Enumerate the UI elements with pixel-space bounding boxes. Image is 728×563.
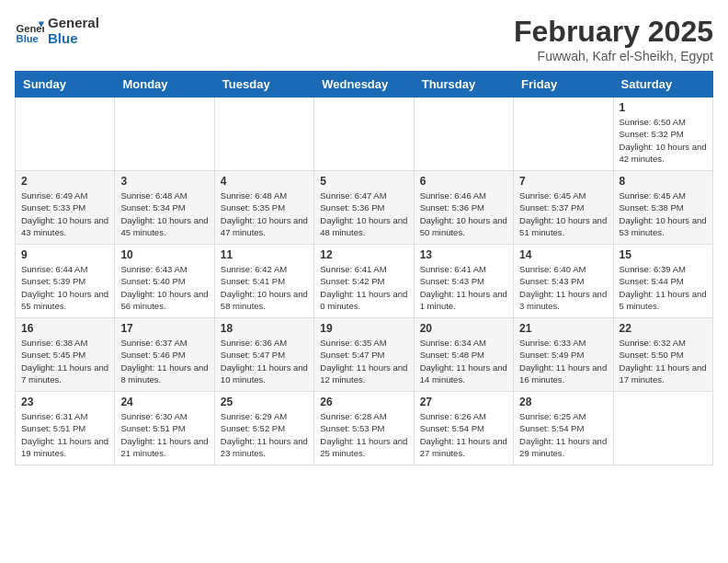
day-number: 6 <box>420 175 507 188</box>
day-number: 8 <box>620 175 707 188</box>
day-info: Sunrise: 6:48 AM Sunset: 5:35 PM Dayligh… <box>221 190 308 238</box>
day-cell: 9Sunrise: 6:44 AM Sunset: 5:39 PM Daylig… <box>16 245 115 318</box>
day-number: 2 <box>21 175 108 188</box>
day-info: Sunrise: 6:49 AM Sunset: 5:33 PM Dayligh… <box>21 190 108 238</box>
day-number: 27 <box>420 396 507 408</box>
day-info: Sunrise: 6:45 AM Sunset: 5:38 PM Dayligh… <box>620 190 707 238</box>
day-cell <box>16 98 115 171</box>
day-info: Sunrise: 6:32 AM Sunset: 5:50 PM Dayligh… <box>620 337 707 385</box>
day-cell: 16Sunrise: 6:38 AM Sunset: 5:45 PM Dayli… <box>16 318 115 392</box>
logo-icon: General Blue <box>15 16 44 45</box>
day-info: Sunrise: 6:41 AM Sunset: 5:42 PM Dayligh… <box>320 263 407 312</box>
day-cell: 11Sunrise: 6:42 AM Sunset: 5:41 PM Dayli… <box>214 245 313 318</box>
day-cell: 25Sunrise: 6:29 AM Sunset: 5:52 PM Dayli… <box>214 392 313 465</box>
day-info: Sunrise: 6:33 AM Sunset: 5:49 PM Dayligh… <box>519 337 607 385</box>
day-cell <box>115 98 214 171</box>
day-cell: 7Sunrise: 6:45 AM Sunset: 5:37 PM Daylig… <box>514 171 613 245</box>
day-cell: 5Sunrise: 6:47 AM Sunset: 5:36 PM Daylig… <box>314 171 414 245</box>
day-cell: 3Sunrise: 6:48 AM Sunset: 5:34 PM Daylig… <box>115 171 214 245</box>
day-cell <box>514 98 613 171</box>
day-number: 5 <box>320 175 407 188</box>
day-cell: 19Sunrise: 6:35 AM Sunset: 5:47 PM Dayli… <box>314 318 414 392</box>
day-number: 9 <box>21 248 108 261</box>
week-row-2: 2Sunrise: 6:49 AM Sunset: 5:33 PM Daylig… <box>16 171 713 245</box>
day-info: Sunrise: 6:43 AM Sunset: 5:40 PM Dayligh… <box>120 263 208 312</box>
day-cell: 27Sunrise: 6:26 AM Sunset: 5:54 PM Dayli… <box>414 392 513 465</box>
logo-line2: Blue <box>48 30 99 46</box>
title-block: February 2025 Fuwwah, Kafr el-Sheikh, Eg… <box>514 15 713 63</box>
day-info: Sunrise: 6:38 AM Sunset: 5:45 PM Dayligh… <box>21 337 108 385</box>
day-info: Sunrise: 6:36 AM Sunset: 5:47 PM Dayligh… <box>221 337 308 385</box>
day-info: Sunrise: 6:37 AM Sunset: 5:46 PM Dayligh… <box>120 337 208 385</box>
col-header-saturday: Saturday <box>613 72 712 98</box>
day-number: 21 <box>519 322 607 335</box>
day-info: Sunrise: 6:28 AM Sunset: 5:53 PM Dayligh… <box>320 410 407 459</box>
day-info: Sunrise: 6:46 AM Sunset: 5:36 PM Dayligh… <box>420 190 507 238</box>
day-number: 20 <box>420 322 507 335</box>
month-title: February 2025 <box>514 15 713 49</box>
day-number: 19 <box>320 322 407 335</box>
calendar-header-row: SundayMondayTuesdayWednesdayThursdayFrid… <box>16 72 713 98</box>
calendar-table: SundayMondayTuesdayWednesdayThursdayFrid… <box>15 71 713 465</box>
col-header-thursday: Thursday <box>414 72 513 98</box>
day-number: 18 <box>221 322 308 335</box>
day-number: 25 <box>221 396 308 408</box>
logo: General Blue General Blue <box>15 15 99 46</box>
svg-text:Blue: Blue <box>17 33 39 44</box>
day-number: 11 <box>221 248 308 261</box>
day-cell <box>613 392 712 465</box>
day-cell: 18Sunrise: 6:36 AM Sunset: 5:47 PM Dayli… <box>214 318 313 392</box>
day-cell: 14Sunrise: 6:40 AM Sunset: 5:43 PM Dayli… <box>514 245 613 318</box>
day-cell: 20Sunrise: 6:34 AM Sunset: 5:48 PM Dayli… <box>414 318 513 392</box>
day-info: Sunrise: 6:35 AM Sunset: 5:47 PM Dayligh… <box>320 337 407 385</box>
day-cell: 17Sunrise: 6:37 AM Sunset: 5:46 PM Dayli… <box>115 318 214 392</box>
location: Fuwwah, Kafr el-Sheikh, Egypt <box>514 49 713 63</box>
col-header-monday: Monday <box>115 72 214 98</box>
day-number: 26 <box>320 396 407 408</box>
day-cell: 26Sunrise: 6:28 AM Sunset: 5:53 PM Dayli… <box>314 392 414 465</box>
day-cell: 4Sunrise: 6:48 AM Sunset: 5:35 PM Daylig… <box>214 171 313 245</box>
day-cell <box>214 98 313 171</box>
day-cell: 24Sunrise: 6:30 AM Sunset: 5:51 PM Dayli… <box>115 392 214 465</box>
week-row-1: 1Sunrise: 6:50 AM Sunset: 5:32 PM Daylig… <box>16 98 713 171</box>
day-cell: 1Sunrise: 6:50 AM Sunset: 5:32 PM Daylig… <box>613 98 712 171</box>
day-number: 28 <box>519 396 607 408</box>
col-header-sunday: Sunday <box>16 72 115 98</box>
week-row-5: 23Sunrise: 6:31 AM Sunset: 5:51 PM Dayli… <box>16 392 713 465</box>
day-info: Sunrise: 6:45 AM Sunset: 5:37 PM Dayligh… <box>519 190 607 238</box>
day-number: 1 <box>620 101 707 114</box>
week-row-4: 16Sunrise: 6:38 AM Sunset: 5:45 PM Dayli… <box>16 318 713 392</box>
day-info: Sunrise: 6:50 AM Sunset: 5:32 PM Dayligh… <box>620 116 707 165</box>
day-number: 14 <box>519 248 607 261</box>
day-number: 16 <box>21 322 108 335</box>
day-number: 15 <box>620 248 707 261</box>
day-info: Sunrise: 6:31 AM Sunset: 5:51 PM Dayligh… <box>21 410 108 459</box>
day-cell <box>314 98 414 171</box>
day-number: 23 <box>21 396 108 408</box>
day-cell: 15Sunrise: 6:39 AM Sunset: 5:44 PM Dayli… <box>613 245 712 318</box>
day-number: 24 <box>120 396 208 408</box>
day-cell: 6Sunrise: 6:46 AM Sunset: 5:36 PM Daylig… <box>414 171 513 245</box>
day-number: 7 <box>519 175 607 188</box>
day-info: Sunrise: 6:25 AM Sunset: 5:54 PM Dayligh… <box>519 410 607 459</box>
day-cell: 22Sunrise: 6:32 AM Sunset: 5:50 PM Dayli… <box>613 318 712 392</box>
day-info: Sunrise: 6:47 AM Sunset: 5:36 PM Dayligh… <box>320 190 407 238</box>
day-cell: 13Sunrise: 6:41 AM Sunset: 5:43 PM Dayli… <box>414 245 513 318</box>
week-row-3: 9Sunrise: 6:44 AM Sunset: 5:39 PM Daylig… <box>16 245 713 318</box>
col-header-wednesday: Wednesday <box>314 72 414 98</box>
day-info: Sunrise: 6:44 AM Sunset: 5:39 PM Dayligh… <box>21 263 108 312</box>
day-info: Sunrise: 6:48 AM Sunset: 5:34 PM Dayligh… <box>120 190 208 238</box>
day-info: Sunrise: 6:41 AM Sunset: 5:43 PM Dayligh… <box>420 263 507 312</box>
day-info: Sunrise: 6:34 AM Sunset: 5:48 PM Dayligh… <box>420 337 507 385</box>
day-info: Sunrise: 6:26 AM Sunset: 5:54 PM Dayligh… <box>420 410 507 459</box>
day-number: 10 <box>120 248 208 261</box>
day-number: 12 <box>320 248 407 261</box>
day-info: Sunrise: 6:42 AM Sunset: 5:41 PM Dayligh… <box>221 263 308 312</box>
day-cell: 2Sunrise: 6:49 AM Sunset: 5:33 PM Daylig… <box>16 171 115 245</box>
col-header-friday: Friday <box>514 72 613 98</box>
col-header-tuesday: Tuesday <box>214 72 313 98</box>
day-number: 3 <box>120 175 208 188</box>
day-cell: 21Sunrise: 6:33 AM Sunset: 5:49 PM Dayli… <box>514 318 613 392</box>
day-cell: 10Sunrise: 6:43 AM Sunset: 5:40 PM Dayli… <box>115 245 214 318</box>
day-cell: 28Sunrise: 6:25 AM Sunset: 5:54 PM Dayli… <box>514 392 613 465</box>
